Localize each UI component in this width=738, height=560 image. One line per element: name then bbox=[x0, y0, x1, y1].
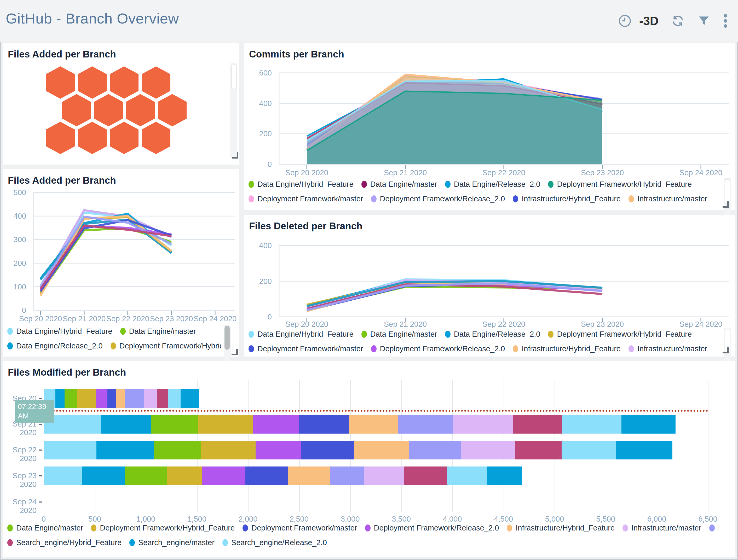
time-range-label[interactable]: -3D bbox=[639, 14, 659, 28]
legend-item[interactable]: Search_engine/Hybrid_Feature bbox=[7, 538, 121, 547]
bar-row[interactable] bbox=[44, 389, 199, 408]
resize-grip[interactable] bbox=[232, 152, 238, 158]
legend-item[interactable]: Data Engine/master bbox=[361, 330, 437, 339]
bar-segment[interactable] bbox=[364, 467, 404, 485]
scrollbar-thumb[interactable] bbox=[231, 64, 237, 89]
hexagon-tile[interactable] bbox=[46, 122, 75, 154]
bar-segment[interactable] bbox=[301, 441, 354, 460]
bar-segment[interactable] bbox=[562, 441, 616, 460]
bar-segment[interactable] bbox=[199, 415, 253, 434]
legend-item[interactable]: Data Engine/master bbox=[361, 180, 437, 188]
legend-item[interactable]: Deployment Framework/Hybrid_Feature bbox=[91, 524, 235, 532]
hexagon-tile[interactable] bbox=[158, 94, 187, 126]
bar-row[interactable] bbox=[44, 415, 676, 434]
hexagon-tile[interactable] bbox=[46, 66, 75, 99]
bar-row[interactable] bbox=[44, 467, 522, 485]
legend-item[interactable]: Deployment Framework/Hybrid_Feature bbox=[110, 342, 221, 350]
bar-segment[interactable] bbox=[201, 441, 256, 460]
bar-segment[interactable] bbox=[154, 441, 201, 460]
scrollbar-thumb[interactable] bbox=[725, 179, 730, 204]
bar-segment[interactable] bbox=[96, 441, 154, 460]
bar-segment[interactable] bbox=[44, 441, 96, 460]
bar-segment[interactable] bbox=[125, 467, 167, 485]
legend-item[interactable]: Deployment Framework/master bbox=[249, 194, 363, 203]
hexagon-tile[interactable] bbox=[126, 94, 155, 126]
bar-segment[interactable] bbox=[409, 441, 461, 460]
bar-segment[interactable] bbox=[447, 467, 487, 485]
bar-segment[interactable] bbox=[82, 467, 125, 485]
hexagon-tile[interactable] bbox=[78, 66, 107, 99]
commits-area-chart[interactable]: 0200400600Sep 20 2020Sep 21 2020Sep 22 2… bbox=[244, 43, 735, 179]
refresh-icon[interactable] bbox=[671, 14, 685, 28]
legend-item[interactable]: Data Engine/Release_2.0 bbox=[445, 330, 540, 339]
hexagon-tile[interactable] bbox=[62, 94, 91, 126]
legend-item[interactable]: Data Engine/master bbox=[7, 524, 83, 532]
bar-segment[interactable] bbox=[404, 467, 447, 485]
legend-item[interactable]: Infrastructure/Hybrid_Feature bbox=[513, 345, 621, 353]
legend-item[interactable]: Deployment Framework/master bbox=[243, 524, 357, 532]
legend-item[interactable]: Infrastructure/Hybrid_Feature bbox=[507, 524, 615, 532]
legend-item[interactable]: Data Engine/Hybrid_Feature bbox=[249, 330, 354, 339]
legend-item[interactable]: Deployment Framework/Hybrid_Feature bbox=[548, 330, 692, 339]
legend-item[interactable]: Deployment Framework/Release_2.0 bbox=[371, 345, 505, 353]
bar-segment[interactable] bbox=[253, 415, 299, 434]
bar-segment[interactable] bbox=[168, 389, 180, 408]
filter-icon[interactable] bbox=[697, 14, 710, 27]
bar-segment[interactable] bbox=[116, 389, 125, 408]
legend-item[interactable]: Infrastructure/master bbox=[629, 194, 707, 203]
bar-segment[interactable] bbox=[299, 415, 349, 434]
bar-segment[interactable] bbox=[167, 467, 202, 485]
hexagon-tile[interactable] bbox=[110, 122, 138, 154]
legend-item[interactable]: Data Engine/Hybrid_Feature bbox=[7, 327, 112, 336]
legend-item[interactable]: Infrastructure/Release_2.0 bbox=[709, 524, 719, 532]
resize-grip[interactable] bbox=[232, 349, 238, 355]
legend-item[interactable]: Infrastructure/master bbox=[623, 524, 701, 532]
legend-item[interactable]: Infrastructure/master bbox=[629, 345, 707, 353]
bar-segment[interactable] bbox=[151, 415, 199, 434]
bar-segment[interactable] bbox=[354, 441, 409, 460]
bar-segment[interactable] bbox=[398, 415, 453, 434]
resize-grip[interactable] bbox=[723, 201, 729, 208]
hexagon-tile[interactable] bbox=[94, 94, 123, 126]
legend-item[interactable]: Search_engine/master bbox=[129, 538, 215, 547]
resize-grip[interactable] bbox=[723, 347, 729, 354]
hexagon-tile[interactable] bbox=[78, 122, 107, 154]
bar-segment[interactable] bbox=[107, 389, 116, 408]
legend-item[interactable]: Data Engine/Hybrid_Feature bbox=[249, 180, 354, 188]
bar-segment[interactable] bbox=[562, 415, 622, 434]
legend-item[interactable]: Deployment Framework/Hybrid_Feature bbox=[548, 180, 692, 188]
bar-segment[interactable] bbox=[461, 441, 515, 460]
bar-segment[interactable] bbox=[453, 415, 513, 434]
bar-segment[interactable] bbox=[202, 467, 246, 485]
bar-segment[interactable] bbox=[349, 415, 398, 434]
hexagon-tile[interactable] bbox=[142, 66, 170, 99]
bar-segment[interactable] bbox=[288, 467, 330, 485]
bar-segment[interactable] bbox=[44, 467, 82, 485]
bar-segment[interactable] bbox=[256, 441, 301, 460]
bar-segment[interactable] bbox=[55, 389, 64, 408]
bar-segment[interactable] bbox=[622, 415, 676, 434]
clock-icon[interactable] bbox=[618, 14, 631, 27]
bar-segment[interactable] bbox=[64, 389, 77, 408]
legend-item[interactable]: Data Engine/Release_2.0 bbox=[445, 180, 540, 188]
panel-scrollbar[interactable] bbox=[231, 63, 237, 158]
bar-segment[interactable] bbox=[144, 389, 157, 408]
bar-segment[interactable] bbox=[246, 467, 288, 485]
bar-segment[interactable] bbox=[513, 415, 563, 434]
bar-segment[interactable] bbox=[330, 467, 364, 485]
legend-item[interactable]: Deployment Framework/Release_2.0 bbox=[371, 194, 505, 203]
kebab-menu-icon[interactable] bbox=[723, 14, 728, 28]
files-added-line-chart[interactable]: 0100200300400500Sep 20 2020Sep 21 2020Se… bbox=[3, 169, 239, 326]
bar-segment[interactable] bbox=[77, 389, 96, 408]
bar-segment[interactable] bbox=[515, 441, 562, 460]
bar-segment[interactable] bbox=[125, 389, 143, 408]
bar-segment[interactable] bbox=[616, 441, 672, 460]
bar-segment[interactable] bbox=[157, 389, 168, 408]
legend-item[interactable]: Infrastructure/Hybrid_Feature bbox=[513, 194, 621, 203]
bar-segment[interactable] bbox=[487, 467, 522, 485]
legend-item[interactable]: Search_engine/Release_2.0 bbox=[223, 538, 327, 547]
legend-item[interactable]: Data Engine/master bbox=[120, 327, 196, 336]
hexagon-tile[interactable] bbox=[142, 122, 170, 154]
legend-item[interactable]: Deployment Framework/Release_2.0 bbox=[365, 524, 499, 532]
bar-segment[interactable] bbox=[180, 389, 199, 408]
